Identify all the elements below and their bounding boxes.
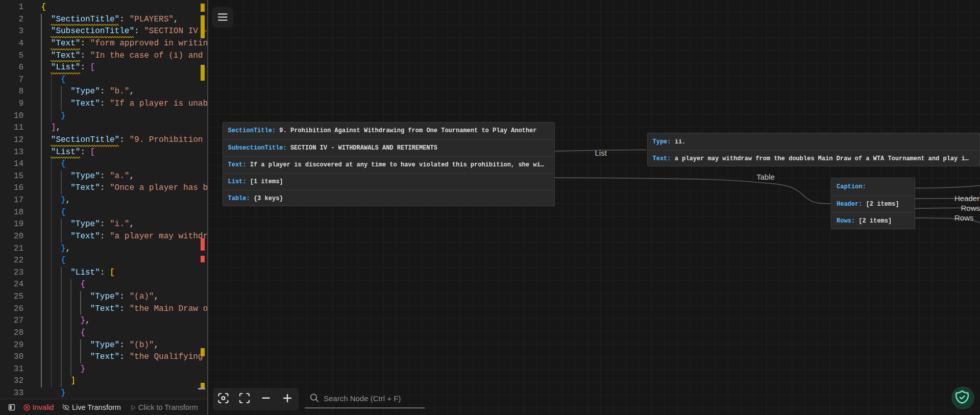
svg-text:Invalid: Invalid [33,403,54,411]
svg-text:Live Transform: Live Transform [72,403,121,411]
svg-text:Click to Transform: Click to Transform [138,403,198,411]
